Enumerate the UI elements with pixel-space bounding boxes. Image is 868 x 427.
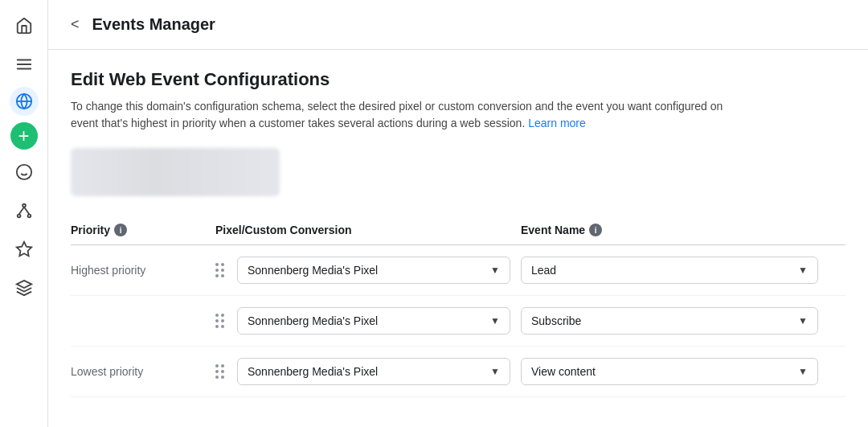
priority-lowest: Lowest priority <box>71 365 215 378</box>
chevron-down-icon: ▼ <box>798 265 808 276</box>
header-title: Events Manager <box>92 15 215 34</box>
chevron-down-icon: ▼ <box>490 265 500 276</box>
chevron-down-icon: ▼ <box>798 366 808 377</box>
page-header: < Events Manager <box>48 0 868 50</box>
event-info-icon[interactable]: i <box>589 224 602 236</box>
chevron-down-icon: ▼ <box>490 366 500 377</box>
event-cell-2: Subscribe ▼ <box>521 307 834 335</box>
home-icon[interactable] <box>8 10 40 42</box>
svg-point-10 <box>27 215 31 218</box>
chevron-down-icon: ▼ <box>490 315 500 326</box>
svg-point-8 <box>23 204 26 207</box>
pixel-select-3[interactable]: Sonnenberg Media's Pixel ▼ <box>237 358 510 385</box>
pixel-cell-1: Sonnenberg Media's Pixel ▼ <box>215 257 521 284</box>
table-header: Priority i Pixel/Custom Conversion Event… <box>71 216 845 245</box>
pixel-select-2[interactable]: Sonnenberg Media's Pixel ▼ <box>237 307 510 335</box>
back-button[interactable]: < <box>68 13 83 36</box>
svg-marker-13 <box>16 242 31 256</box>
pixel-preview <box>71 148 280 196</box>
sidebar: + <box>0 0 48 427</box>
connections-icon[interactable] <box>8 195 40 227</box>
event-cell-3: View content ▼ <box>521 358 834 385</box>
event-name-column-header: Event Name i <box>521 224 834 236</box>
star-icon[interactable] <box>8 233 40 265</box>
table-row: Sonnenberg Media's Pixel ▼ Subscribe ▼ <box>71 296 845 347</box>
globe-icon[interactable] <box>10 87 39 116</box>
pixel-select-1[interactable]: Sonnenberg Media's Pixel ▼ <box>237 257 510 284</box>
drag-handle-3[interactable] <box>215 364 224 379</box>
menu-icon[interactable] <box>8 48 40 80</box>
add-icon[interactable]: + <box>10 122 38 150</box>
svg-point-9 <box>17 215 20 218</box>
table-row: Highest priority Sonnenberg Media's Pixe… <box>71 245 845 296</box>
priority-info-icon[interactable]: i <box>114 224 127 236</box>
dashboard-icon[interactable] <box>8 156 40 188</box>
priority-highest: Highest priority <box>71 264 215 277</box>
main-content: < Events Manager Edit Web Event Configur… <box>48 0 868 427</box>
page-title: Edit Web Event Configurations <box>71 69 845 90</box>
svg-marker-14 <box>16 281 31 288</box>
table-row: Lowest priority Sonnenberg Media's Pixel… <box>71 347 845 397</box>
page-description: To change this domain's configuration sc… <box>71 98 845 132</box>
layers-icon[interactable] <box>8 272 40 304</box>
drag-handle-1[interactable] <box>215 263 224 277</box>
learn-more-link[interactable]: Learn more <box>528 117 586 129</box>
svg-point-5 <box>16 165 31 179</box>
drag-handle-2[interactable] <box>215 314 224 328</box>
pixel-column-header: Pixel/Custom Conversion <box>215 224 521 236</box>
pixel-cell-2: Sonnenberg Media's Pixel ▼ <box>215 307 521 335</box>
svg-line-12 <box>24 207 29 214</box>
event-select-3[interactable]: View content ▼ <box>521 358 818 385</box>
priority-column-header: Priority i <box>71 224 215 236</box>
event-cell-1: Lead ▼ <box>521 257 834 284</box>
event-select-1[interactable]: Lead ▼ <box>521 257 818 284</box>
content-area: Edit Web Event Configurations To change … <box>48 50 868 427</box>
event-select-2[interactable]: Subscribe ▼ <box>521 307 818 335</box>
chevron-down-icon: ▼ <box>798 315 808 326</box>
pixel-cell-3: Sonnenberg Media's Pixel ▼ <box>215 358 521 385</box>
svg-line-11 <box>18 207 23 214</box>
